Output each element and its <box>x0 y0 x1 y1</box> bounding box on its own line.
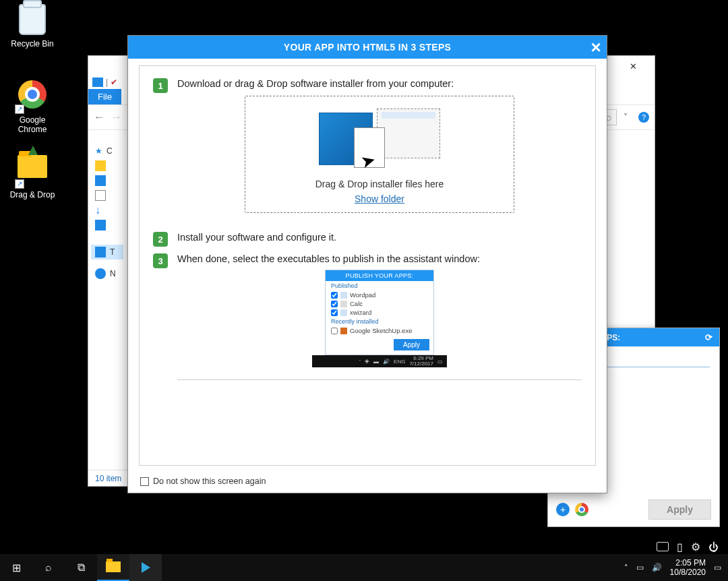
sidebar-item[interactable] <box>91 158 123 173</box>
dropzone-text: Drag & Drop installer files here <box>315 179 444 189</box>
search-button[interactable]: ⌕ <box>32 554 65 581</box>
task-view-button[interactable]: ⧉ <box>65 554 97 581</box>
fullscreen-icon[interactable] <box>657 542 669 551</box>
settings-icon[interactable]: ⚙ <box>691 541 700 553</box>
refresh-icon[interactable]: ⟳ <box>705 332 712 342</box>
step-badge-3: 3 <box>153 253 168 268</box>
clipboard-icon[interactable]: ▯ <box>677 541 683 553</box>
tray-overflow-button[interactable]: ˄ <box>624 563 628 572</box>
taskbar-app-player[interactable] <box>129 554 162 581</box>
help-button[interactable]: ? <box>638 112 649 123</box>
arrow-up-icon <box>28 146 38 155</box>
taskbar-file-explorer[interactable] <box>97 554 129 581</box>
sidebar-item[interactable] <box>91 218 123 233</box>
desktop-icon-drag-drop[interactable]: ↗ Drag & Drop <box>7 150 58 200</box>
sidebar-item[interactable] <box>91 173 123 188</box>
desktop-icon-recycle-bin[interactable]: Recycle Bin <box>7 4 58 49</box>
add-app-button[interactable]: + <box>556 503 570 516</box>
power-icon[interactable]: ⏻ <box>708 541 719 553</box>
chevron-down-icon[interactable]: ˅ <box>624 113 628 122</box>
status-item-count: 10 item <box>95 474 121 483</box>
sidebar-this-pc[interactable]: T <box>91 245 123 259</box>
check-icon: ✔ <box>111 78 117 87</box>
step-3-text: When done, select the executables to pub… <box>177 253 582 264</box>
file-menu[interactable]: File <box>88 89 121 104</box>
volume-icon[interactable]: 🔊 <box>652 563 662 572</box>
desktop-icon-chrome[interactable]: ↗ Google Chrome <box>7 78 58 134</box>
shortcut-badge-icon: ↗ <box>15 104 24 114</box>
folder-icon <box>18 155 47 178</box>
chrome-icon: .apply-row .chrome-g:after{top:5px;left:… <box>575 503 588 516</box>
dialog-close-button[interactable]: × <box>591 37 601 58</box>
start-button[interactable]: ⊞ <box>0 554 32 581</box>
monitor-icon <box>92 78 103 87</box>
step-1-text: Download or drag & Drop software install… <box>177 78 582 89</box>
dont-show-checkbox[interactable] <box>140 477 149 486</box>
divider <box>177 379 582 380</box>
dropzone-illustration: ➤ <box>319 109 440 173</box>
nav-forward-button[interactable]: → <box>111 111 122 123</box>
taskbar-clock[interactable]: 2:05 PM 10/8/2020 <box>670 558 706 577</box>
close-button[interactable]: ✕ <box>618 57 648 75</box>
dialog-header: YOUR APP INTO HTML5 IN 3 STEPS × <box>128 36 607 59</box>
folder-icon <box>106 561 121 572</box>
recycle-bin-icon <box>19 4 46 35</box>
step-2-text: Install your software and configure it. <box>177 232 336 243</box>
play-icon <box>142 562 150 573</box>
desktop-icon-label: Recycle Bin <box>7 39 58 49</box>
html5-wizard-dialog: YOUR APP INTO HTML5 IN 3 STEPS × 1 Downl… <box>127 35 607 493</box>
installer-dropzone[interactable]: ➤ Drag & Drop installer files here Show … <box>245 96 514 213</box>
desktop-icon-label: Drag & Drop <box>7 190 58 200</box>
show-folder-link[interactable]: Show folder <box>355 193 404 204</box>
step-badge-1: 1 <box>153 78 168 93</box>
step-badge-2: 2 <box>153 232 168 247</box>
sidebar-item[interactable]: ↓ <box>91 203 123 218</box>
mini-publish-preview: PUBLISH YOUR APPS: Published Wordpad Cal… <box>325 270 434 355</box>
explorer-sidebar: ★C ↓ T N <box>88 140 126 467</box>
network-icon[interactable]: ▭ <box>636 563 644 572</box>
taskbar: ⊞ ⌕ ⧉ ˄ ▭ 🔊 2:05 PM 10/8/2020 ▭ <box>0 554 728 581</box>
system-tray-overflow: ▯ ⚙ ⏻ <box>651 539 724 554</box>
apply-button[interactable]: Apply <box>648 499 711 520</box>
sidebar-item[interactable] <box>91 188 123 203</box>
mini-taskbar-preview: ˆ✚▬🔊 ENG 6:29 PM7/12/2017 ▭ <box>312 355 447 367</box>
sidebar-network[interactable]: N <box>91 266 123 281</box>
nav-back-button[interactable]: ← <box>94 111 104 123</box>
dont-show-label: Do not show this screen again <box>153 477 266 486</box>
notifications-button[interactable]: ▭ <box>714 563 721 572</box>
dialog-title: YOUR APP INTO HTML5 IN 3 STEPS <box>284 42 451 53</box>
desktop-icon-label: Google Chrome <box>7 115 58 134</box>
sidebar-quick-access[interactable]: ★C <box>91 144 123 158</box>
shortcut-badge-icon: ↗ <box>15 179 24 189</box>
